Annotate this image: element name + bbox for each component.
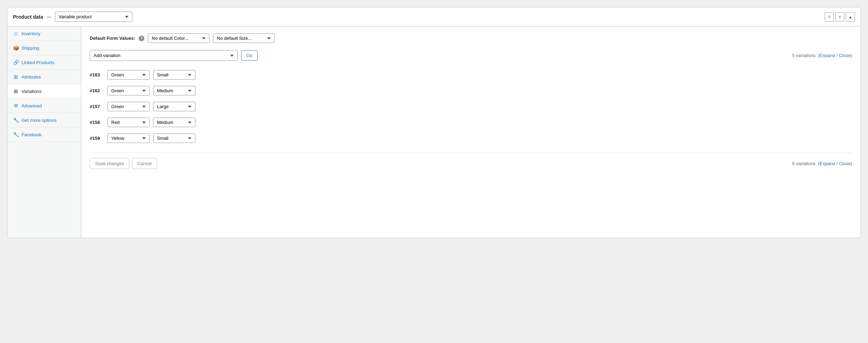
product-data-body: ◇ Inventory 📦 Shipping 🔗 Linked Products… xyxy=(7,26,861,238)
title-separator: — xyxy=(47,14,51,19)
default-form-row: Default Form Values: ? No default Color.… xyxy=(90,33,852,43)
sidebar-item-facebook[interactable]: 🔧 Facebook xyxy=(7,127,81,142)
variations-count-bottom-text: 5 variations xyxy=(792,161,815,166)
sidebar-item-linked-products[interactable]: 🔗 Linked Products xyxy=(7,55,81,70)
cancel-button[interactable]: Cancel xyxy=(132,158,157,169)
default-size-select[interactable]: No default Size... Small Medium Large xyxy=(213,33,275,43)
close-link-top[interactable]: Close xyxy=(839,53,850,58)
advanced-icon: ⚙ xyxy=(13,103,19,108)
facebook-icon: 🔧 xyxy=(13,132,19,137)
inventory-icon: ◇ xyxy=(13,31,19,36)
variation-158-size[interactable]: Small Medium Large Any xyxy=(153,118,195,127)
default-form-label: Default Form Values: xyxy=(90,36,135,41)
variation-162-color[interactable]: Green Red Yellow Any xyxy=(107,86,150,95)
collapse-down-button[interactable]: ∨ xyxy=(835,12,844,21)
get-more-icon: 🔧 xyxy=(13,117,19,123)
variation-id-162: #162 xyxy=(90,88,104,93)
go-button[interactable]: Go xyxy=(241,50,258,61)
add-variation-select[interactable]: Add variation Add all variations Remove … xyxy=(90,50,238,61)
add-variation-row: Add variation Add all variations Remove … xyxy=(90,50,852,61)
table-row: #158 Green Red Yellow Any Small Medium L… xyxy=(90,117,852,128)
sidebar-label-linked: Linked Products xyxy=(21,60,54,65)
variation-163-color[interactable]: Green Red Yellow Any xyxy=(107,70,150,80)
product-data-header: Product data — Variable product Simple p… xyxy=(7,7,861,26)
header-controls: ∧ ∨ ▲ xyxy=(825,12,855,21)
table-row: #157 Green Red Yellow Any Small Medium L… xyxy=(90,101,852,112)
variations-icon: ⊞ xyxy=(13,88,19,94)
variation-163-size[interactable]: Small Medium Large Any xyxy=(153,70,195,80)
sidebar-label-attributes: Attributes xyxy=(21,74,41,80)
link-icon: 🔗 xyxy=(13,60,19,65)
table-row: #159 Green Red Yellow Any Small Medium L… xyxy=(90,133,852,144)
variations-list: #163 Green Red Yellow Any Small Medium L… xyxy=(90,69,852,144)
save-changes-button[interactable]: Save changes xyxy=(90,158,129,169)
collapse-up-button[interactable]: ∧ xyxy=(825,12,834,21)
default-color-select[interactable]: No default Color... Green Red Yellow xyxy=(148,33,209,43)
variation-id-163: #163 xyxy=(90,72,104,77)
sidebar-label-facebook: Facebook xyxy=(21,132,42,137)
toggle-panel-button[interactable]: ▲ xyxy=(846,12,855,21)
sidebar-item-advanced[interactable]: ⚙ Advanced xyxy=(7,99,81,113)
sidebar-item-inventory[interactable]: ◇ Inventory xyxy=(7,26,81,41)
variation-158-color[interactable]: Green Red Yellow Any xyxy=(107,118,150,127)
sidebar-item-get-more-options[interactable]: 🔧 Get more options xyxy=(7,113,81,127)
sidebar-label-advanced: Advanced xyxy=(21,103,42,108)
sidebar-label-variations: Variations xyxy=(21,89,42,94)
variation-id-159: #159 xyxy=(90,136,104,141)
attributes-icon: ⊞ xyxy=(13,74,19,80)
variation-157-color[interactable]: Green Red Yellow Any xyxy=(107,102,150,111)
sidebar-item-shipping[interactable]: 📦 Shipping xyxy=(7,41,81,55)
footer-row: Save changes Cancel 5 variations (Expand… xyxy=(90,152,852,169)
product-type-select[interactable]: Variable product Simple product Grouped … xyxy=(55,12,132,22)
variation-id-158: #158 xyxy=(90,120,104,125)
variation-162-size[interactable]: Small Medium Large Any xyxy=(153,86,195,95)
shipping-icon: 📦 xyxy=(13,45,19,51)
sidebar-label-get-more: Get more options xyxy=(21,118,57,123)
table-row: #162 Green Red Yellow Any Small Medium L… xyxy=(90,85,852,96)
variations-count-bottom: 5 variations (Expand / Close) xyxy=(792,161,852,166)
expand-link-top[interactable]: Expand xyxy=(819,53,835,58)
variation-159-size[interactable]: Small Medium Large Any xyxy=(153,133,195,143)
product-data-title: Product data xyxy=(13,14,43,20)
product-data-panel: Product data — Variable product Simple p… xyxy=(7,7,861,238)
sidebar-item-variations[interactable]: ⊞ Variations xyxy=(7,84,81,99)
variations-count-top-text: 5 variations xyxy=(792,53,815,58)
main-content: Default Form Values: ? No default Color.… xyxy=(81,26,861,238)
variation-157-size[interactable]: Small Medium Large Any xyxy=(153,102,195,111)
variation-id-157: #157 xyxy=(90,104,104,109)
sidebar-label-shipping: Shipping xyxy=(21,45,39,51)
variations-count-top: 5 variations (Expand / Close) xyxy=(792,53,852,58)
sidebar-item-attributes[interactable]: ⊞ Attributes xyxy=(7,70,81,84)
sidebar: ◇ Inventory 📦 Shipping 🔗 Linked Products… xyxy=(7,26,81,238)
table-row: #163 Green Red Yellow Any Small Medium L… xyxy=(90,69,852,80)
expand-link-bottom[interactable]: Expand xyxy=(819,161,835,166)
variation-159-color[interactable]: Green Red Yellow Any xyxy=(107,133,150,143)
close-link-bottom[interactable]: Close xyxy=(839,161,850,166)
sidebar-label-inventory: Inventory xyxy=(21,31,40,36)
help-icon[interactable]: ? xyxy=(139,36,144,41)
